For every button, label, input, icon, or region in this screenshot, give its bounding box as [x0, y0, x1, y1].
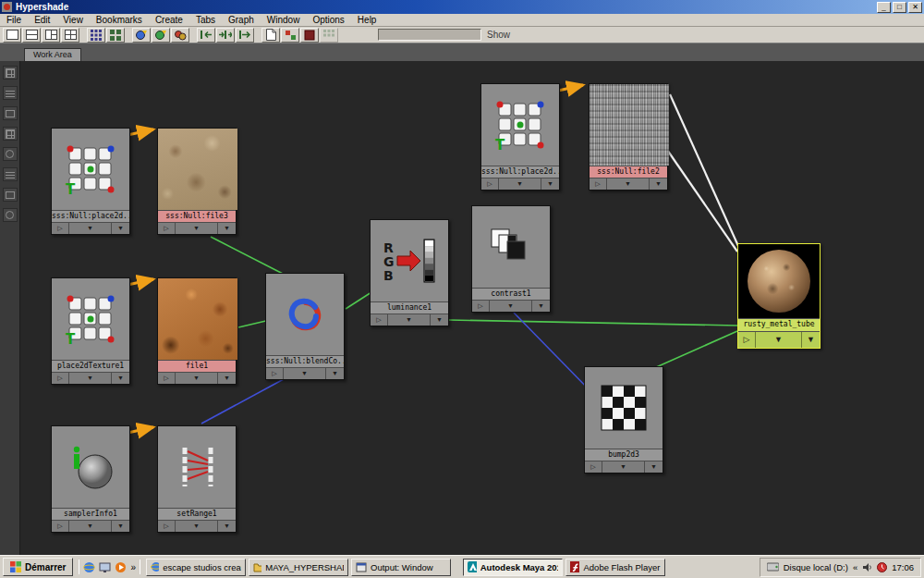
create-texture-node-button[interactable]: [132, 28, 151, 43]
quick-launch-chevron[interactable]: »: [130, 562, 136, 572]
show-button[interactable]: Show: [482, 30, 515, 40]
input-output-connections-button[interactable]: [216, 28, 235, 43]
rail-list2-button[interactable]: [3, 167, 18, 181]
node-menu-button[interactable]: ▼: [176, 373, 218, 384]
node-place2dtexture1[interactable]: T place2dTexture1 ▷ ▼ ▼: [51, 277, 130, 385]
node-expand-button[interactable]: ▷: [472, 301, 490, 312]
node-expand-button[interactable]: ▷: [585, 461, 602, 473]
node-sss-file3[interactable]: sss:Null:file3 ▷ ▼ ▼: [157, 128, 237, 235]
layout-single-pane-button[interactable]: [3, 28, 21, 43]
layout-two-pane-button[interactable]: [22, 28, 41, 43]
media-player-icon[interactable]: [115, 561, 127, 573]
large-swatches-button[interactable]: [106, 28, 125, 43]
node-expand-button[interactable]: ▷: [52, 521, 69, 532]
start-button[interactable]: Démarrer: [3, 558, 73, 576]
rail-sphere-button[interactable]: [3, 147, 18, 161]
node-menu-button[interactable]: ▼: [602, 461, 645, 473]
menu-bookmarks[interactable]: Bookmarks: [90, 14, 149, 26]
menu-window[interactable]: Window: [261, 14, 307, 26]
volume-icon[interactable]: [862, 562, 872, 572]
node-expand-button[interactable]: ▷: [52, 223, 69, 234]
node-menu-button[interactable]: ▼: [431, 314, 448, 326]
clock-icon[interactable]: [877, 562, 887, 572]
node-menu-button[interactable]: ▼: [756, 332, 802, 348]
minimize-button[interactable]: _: [877, 2, 891, 13]
node-menu-button[interactable]: ▼: [541, 178, 559, 190]
task-adobe-flash[interactable]: Adobe Flash Player 10: [565, 559, 665, 576]
node-menu-button[interactable]: ▼: [69, 223, 112, 234]
node-menu-button[interactable]: ▼: [607, 178, 650, 190]
internet-explorer-icon[interactable]: [83, 561, 95, 573]
node-expand-button[interactable]: ▷: [371, 314, 388, 326]
menu-help[interactable]: Help: [351, 14, 383, 26]
task-autodesk-maya[interactable]: Autodesk Maya 2012:...: [463, 559, 563, 576]
menu-edit[interactable]: Edit: [28, 14, 56, 26]
menu-create[interactable]: Create: [149, 14, 189, 26]
rail-swatch2-button[interactable]: [3, 188, 18, 202]
node-menu-button[interactable]: ▼: [218, 521, 236, 532]
node-expand-button[interactable]: ▷: [266, 368, 284, 379]
node-expand-button[interactable]: ▷: [738, 332, 756, 348]
menu-graph[interactable]: Graph: [222, 14, 261, 26]
node-menu-button[interactable]: ▼: [218, 373, 236, 384]
show-desktop-icon[interactable]: [99, 561, 111, 573]
create-shader-node-button[interactable]: [171, 28, 189, 43]
task-output-window[interactable]: Output: Window: [351, 559, 451, 576]
node-expand-button[interactable]: ▷: [481, 178, 499, 190]
rearrange-graph-button[interactable]: [281, 28, 299, 43]
layout-three-pane-button[interactable]: [42, 28, 60, 43]
tray-chevron[interactable]: «: [853, 562, 857, 572]
node-sss-place2d-2[interactable]: T sss:Null:place2d... ▷ ▼ ▼: [480, 83, 560, 191]
node-contrast1[interactable]: contrast1 ▷ ▼ ▼: [471, 205, 551, 313]
node-menu-button[interactable]: ▼: [176, 223, 218, 234]
node-menu-button[interactable]: ▼: [112, 521, 129, 532]
node-rusty-metal-tube[interactable]: rusty_metal_tube ▷ ▼ ▼: [737, 243, 821, 349]
task-escape-studios[interactable]: escape studios creating ...: [146, 559, 246, 576]
node-expand-button[interactable]: ▷: [158, 373, 176, 384]
node-sss-blendcolors[interactable]: sss:Null:blendCo... ▷ ▼ ▼: [265, 273, 345, 380]
node-menu-button[interactable]: ▼: [650, 178, 667, 190]
layout-four-pane-button[interactable]: [61, 28, 79, 43]
node-menu-button[interactable]: ▼: [176, 521, 218, 532]
node-sss-place2d-1[interactable]: T sss:Null:place2d... ▷ ▼ ▼: [51, 128, 130, 235]
node-menu-button[interactable]: ▼: [218, 223, 236, 234]
output-connections-button[interactable]: [236, 28, 254, 43]
node-samplerinfo1[interactable]: samplerInfo1 ▷ ▼ ▼: [51, 425, 130, 533]
node-menu-button[interactable]: ▼: [490, 301, 532, 312]
clear-graph-button[interactable]: [261, 28, 280, 43]
rail-list-button[interactable]: [3, 86, 18, 100]
node-bump2d3[interactable]: bump2d3 ▷ ▼ ▼: [584, 366, 663, 473]
node-file1[interactable]: file1 ▷ ▼ ▼: [157, 277, 237, 385]
node-menu-button[interactable]: ▼: [112, 223, 129, 234]
node-menu-button[interactable]: ▼: [69, 373, 112, 384]
menu-file[interactable]: File: [0, 14, 28, 26]
create-utility-node-button[interactable]: [152, 28, 170, 43]
node-expand-button[interactable]: ▷: [52, 373, 69, 384]
node-luminance1[interactable]: R G B luminance1 ▷ ▼ ▼: [370, 219, 449, 326]
menu-tabs[interactable]: Tabs: [189, 14, 222, 26]
node-expand-button[interactable]: ▷: [590, 178, 607, 190]
rail-sphere2-button[interactable]: [3, 208, 18, 222]
node-menu-button[interactable]: ▼: [284, 368, 326, 379]
node-menu-button[interactable]: ▼: [326, 368, 344, 379]
node-expand-button[interactable]: ▷: [158, 521, 176, 532]
maximize-button[interactable]: □: [893, 2, 906, 13]
node-menu-button[interactable]: ▼: [112, 373, 129, 384]
node-menu-button[interactable]: ▼: [69, 521, 112, 532]
work-area-canvas[interactable]: T sss:Null:place2d... ▷ ▼ ▼ sss:Null:fil…: [20, 61, 924, 555]
input-connections-button[interactable]: [197, 28, 215, 43]
filter-input[interactable]: [378, 29, 481, 41]
close-button[interactable]: ✕: [908, 2, 922, 13]
rail-grid-button[interactable]: [3, 66, 18, 80]
frame-graph-button[interactable]: [320, 28, 338, 43]
node-menu-button[interactable]: ▼: [802, 332, 820, 348]
node-menu-button[interactable]: ▼: [499, 178, 541, 190]
rail-grid2-button[interactable]: [3, 127, 18, 141]
node-expand-button[interactable]: ▷: [158, 223, 176, 234]
node-menu-button[interactable]: ▼: [388, 314, 431, 326]
tab-work-area[interactable]: Work Area: [24, 48, 81, 61]
remove-graph-button[interactable]: [300, 28, 319, 43]
node-menu-button[interactable]: ▼: [645, 461, 663, 473]
menu-options[interactable]: Options: [306, 14, 350, 26]
node-setrange1[interactable]: setRange1 ▷ ▼ ▼: [157, 425, 237, 533]
